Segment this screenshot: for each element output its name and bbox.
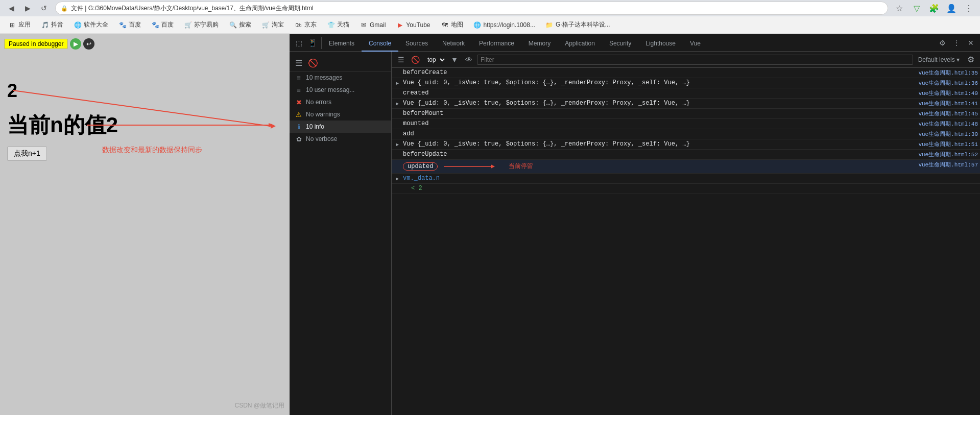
- file-vue1[interactable]: vue生命周期.html:36: [914, 79, 978, 87]
- content-beforeCreate: beforeCreate: [403, 69, 914, 76]
- file-updated[interactable]: vue生命周期.html:57: [914, 161, 978, 169]
- content-created: created: [403, 89, 914, 97]
- bookmark-taobao[interactable]: 🛒 淘宝: [257, 19, 288, 30]
- bookmark-search[interactable]: 🔍 搜索: [225, 19, 255, 30]
- expand-beforeUpdate[interactable]: [396, 151, 403, 152]
- messages-icon: ≡: [295, 74, 303, 82]
- tab-lighthouse[interactable]: Lighthouse: [638, 36, 683, 52]
- sidebar-item-warnings[interactable]: ⚠ No warnings: [290, 108, 391, 121]
- expand-vue3[interactable]: ▶: [396, 140, 403, 148]
- tab-console[interactable]: Console: [362, 36, 398, 52]
- expand-vue1[interactable]: ▶: [396, 79, 403, 86]
- bookmark-apps[interactable]: ⊞ 应用: [4, 19, 35, 30]
- sidebar-item-messages[interactable]: ≡ 10 messages: [290, 71, 391, 84]
- bookmark-youtube[interactable]: ▶ YouTube: [392, 20, 434, 30]
- account-btn[interactable]: 👤: [944, 1, 959, 15]
- bookmark-baidu2[interactable]: 🐾 百度: [147, 19, 178, 30]
- bookmark-star[interactable]: ☆: [892, 1, 906, 15]
- content-vm-data: vm._data.n: [403, 175, 974, 182]
- close-devtools-btn[interactable]: ✕: [965, 37, 977, 49]
- filter-input[interactable]: [477, 55, 913, 65]
- console-toggle-sidebar-btn[interactable]: ☰: [395, 54, 407, 66]
- file-beforeMount[interactable]: vue生命周期.html:45: [914, 110, 978, 117]
- verbose-icon: ✿: [295, 135, 303, 143]
- bookmark-gezi[interactable]: 📁 G·格子达本科毕设...: [541, 19, 614, 30]
- sidebar-item-user-messages[interactable]: ≡ 10 user messag...: [290, 84, 391, 96]
- bookmark-jd[interactable]: 🛍 京东: [290, 19, 321, 30]
- device-mode-btn[interactable]: 📱: [306, 37, 318, 49]
- sidebar-item-info[interactable]: ℹ 10 info: [290, 121, 391, 133]
- debugger-bar: Paused in debugger ▶ ↩: [4, 38, 94, 50]
- expand-add[interactable]: [396, 130, 403, 131]
- extensions-btn[interactable]: 🧩: [927, 1, 941, 15]
- page-heading: 当前n的值2: [7, 111, 118, 139]
- bookmark-douyin[interactable]: 🎵 抖音: [37, 19, 67, 30]
- file-vue2[interactable]: vue生命周期.html:41: [914, 100, 978, 107]
- software-label: 软件大全: [84, 20, 108, 29]
- debug-resume-button[interactable]: ▶: [70, 38, 81, 50]
- refresh-button[interactable]: ↺: [37, 1, 51, 15]
- svg-marker-1: [271, 124, 276, 129]
- bookmark-software[interactable]: 🌐 软件大全: [69, 19, 112, 30]
- console-clear-btn[interactable]: 🚫: [409, 54, 421, 66]
- file-add[interactable]: vue生命周期.html:30: [914, 130, 978, 138]
- file-vue3[interactable]: vue生命周期.html:51: [914, 140, 978, 148]
- clear-console-btn[interactable]: 🚫: [307, 57, 319, 69]
- back-button[interactable]: ◀: [4, 1, 18, 15]
- bookmark-login[interactable]: 🌐 https://login.1008...: [469, 20, 539, 30]
- svg-marker-5: [491, 164, 495, 169]
- tab-memory[interactable]: Memory: [521, 36, 558, 52]
- updated-badge: updated: [403, 162, 438, 171]
- tab-elements[interactable]: Elements: [322, 36, 362, 52]
- bookmark-tianmao[interactable]: 👕 天猫: [323, 19, 353, 30]
- expand-created[interactable]: [396, 89, 403, 90]
- tab-performance[interactable]: Performance: [472, 36, 521, 52]
- tab-sources[interactable]: Sources: [398, 36, 435, 52]
- tab-network[interactable]: Network: [435, 36, 472, 52]
- tab-security[interactable]: Security: [602, 36, 638, 52]
- expand-vm-data[interactable]: ▶: [396, 175, 403, 182]
- file-beforeUpdate[interactable]: vue生命周期.html:52: [914, 151, 978, 158]
- menu-btn[interactable]: ⋮: [962, 1, 976, 15]
- file-beforeCreate[interactable]: vue生命周期.html:35: [914, 69, 978, 77]
- bookmark-baidu1[interactable]: 🐾 百度: [114, 19, 145, 30]
- console-settings-btn[interactable]: ⚙: [965, 54, 977, 66]
- expand-mounted[interactable]: [396, 120, 403, 121]
- context-select[interactable]: top: [423, 55, 446, 65]
- debug-step-button[interactable]: ↩: [83, 38, 94, 50]
- levels-button[interactable]: Default levels ▾: [915, 55, 963, 64]
- eye-icon[interactable]: 👁: [463, 54, 475, 66]
- baidu1-label: 百度: [129, 20, 141, 29]
- console-main: ☰ 🚫 top ▼ 👁 Default levels ▾ ⚙: [392, 52, 980, 415]
- baidu2-icon: 🐾: [151, 21, 159, 29]
- more-options-icon[interactable]: ⋮: [950, 37, 963, 49]
- bookmark-gmail[interactable]: ✉ Gmail: [355, 20, 390, 30]
- extension-icon[interactable]: ▽: [910, 1, 924, 15]
- expand-beforeMount[interactable]: [396, 110, 403, 111]
- sidebar-item-errors[interactable]: ✖ No errors: [290, 96, 391, 108]
- context-dropdown-btn[interactable]: ▼: [448, 54, 461, 66]
- console-row-beforeMount: beforeMount vue生命周期.html:45: [392, 109, 980, 119]
- settings-icon[interactable]: ⚙: [936, 37, 948, 49]
- file-created[interactable]: vue生命周期.html:40: [914, 89, 978, 97]
- bookmark-suning[interactable]: 🛒 苏宁易购: [180, 19, 223, 30]
- tab-application[interactable]: Application: [558, 36, 602, 52]
- title-bar: ◀ ▶ ↺ 🔒 文件 | G:/360MoveData/Users/静小文/De…: [0, 0, 980, 16]
- tab-vue[interactable]: Vue: [683, 36, 708, 52]
- expand-result[interactable]: [396, 185, 403, 186]
- sync-text: 数据改变和最新的数据保持同步: [102, 146, 202, 155]
- sidebar-toggle-btn[interactable]: ☰: [293, 57, 305, 69]
- forward-button[interactable]: ▶: [20, 1, 35, 15]
- file-mounted[interactable]: vue生命周期.html:48: [914, 120, 978, 128]
- expand-vue2[interactable]: ▶: [396, 100, 403, 107]
- increment-button[interactable]: 点我n+1: [7, 147, 47, 161]
- sidebar-item-verbose[interactable]: ✿ No verbose: [290, 133, 391, 145]
- bookmark-bar: ⊞ 应用 🎵 抖音 🌐 软件大全 🐾 百度 🐾 百度 🛒 苏宁易购 🔍 搜索 �: [0, 16, 980, 34]
- expand-updated[interactable]: [396, 161, 403, 162]
- devtools-right-icons: ⚙ ⋮ ✕: [933, 37, 980, 49]
- expand-beforeCreate[interactable]: [396, 69, 403, 70]
- inspect-element-btn[interactable]: ⬚: [293, 37, 305, 49]
- console-row-updated: updated 当前停留 vue生命周期.html:57: [392, 160, 980, 174]
- bookmark-map[interactable]: 🗺 地图: [437, 19, 467, 30]
- address-bar[interactable]: 🔒 文件 | G:/360MoveData/Users/静小文/Desktop/…: [55, 2, 888, 15]
